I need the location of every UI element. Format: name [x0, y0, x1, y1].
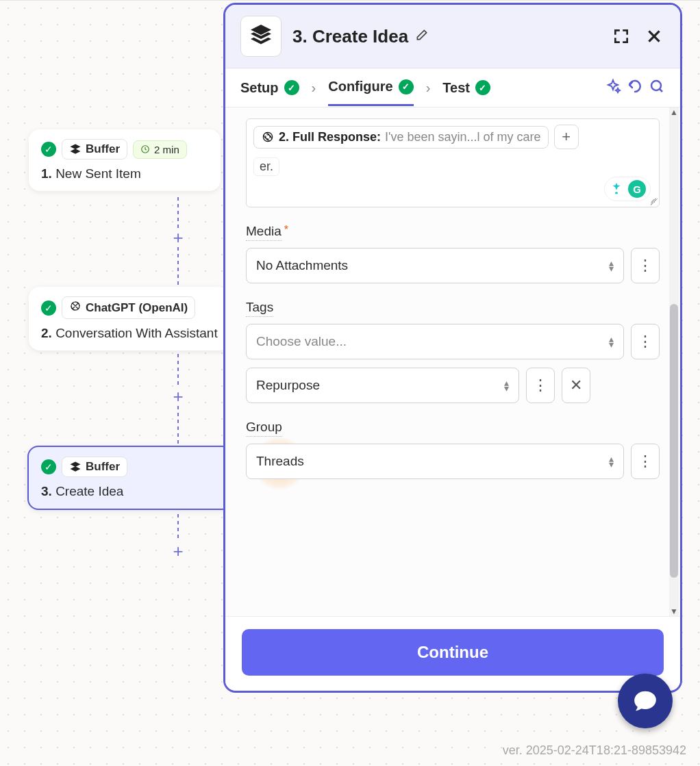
configure-panel: 3. Create Idea Setup ✓ › Configure ✓ › T…	[223, 3, 682, 693]
tab-test[interactable]: Test ✓	[442, 80, 490, 105]
status-check-icon: ✓	[41, 301, 56, 316]
status-check-icon: ✓	[41, 459, 56, 474]
search-icon[interactable]	[649, 78, 665, 107]
expand-icon[interactable]	[610, 25, 632, 47]
tag-options-button[interactable]: ⋮	[526, 368, 555, 403]
workflow-node-3-selected[interactable]: ✓ Buffer 3. Create Idea	[27, 446, 233, 510]
select-arrows-icon: ▴▾	[609, 336, 614, 347]
svg-point-2	[651, 81, 661, 90]
token-preview: I've been sayin...l of my care	[385, 130, 541, 144]
panel-header: 3. Create Idea	[225, 5, 680, 68]
media-label: Media	[246, 224, 282, 241]
group-select[interactable]: Threads ▴▾	[246, 444, 624, 479]
time-badge: 2 min	[133, 140, 187, 159]
close-icon[interactable]	[643, 25, 665, 47]
app-label: Buffer	[86, 142, 120, 156]
scroll-down-icon[interactable]: ▼	[669, 607, 679, 616]
chat-fab[interactable]	[618, 674, 673, 728]
sparkle-icon[interactable]	[605, 78, 621, 107]
tags-label: Tags	[246, 300, 273, 317]
buffer-icon	[249, 23, 273, 50]
remove-tag-button[interactable]: ✕	[562, 368, 590, 403]
bulb-icon	[609, 181, 624, 196]
app-badge-buffer: Buffer	[62, 457, 127, 477]
add-step-button[interactable]: +	[168, 387, 188, 406]
media-select[interactable]: No Attachments ▴▾	[246, 248, 624, 283]
connector-line	[177, 354, 179, 387]
group-label: Group	[246, 420, 282, 437]
token-label: 2. Full Response:	[279, 130, 381, 144]
add-token-button[interactable]: +	[554, 125, 579, 149]
panel-title-text: 3. Create Idea	[292, 26, 408, 47]
tab-setup[interactable]: Setup ✓	[240, 80, 299, 105]
add-step-button[interactable]: +	[168, 541, 188, 561]
text-fragment: er.	[253, 157, 279, 176]
scroll-up-icon[interactable]: ▲	[669, 107, 679, 117]
grammarly-widget[interactable]: G	[604, 177, 651, 201]
panel-tabs: Setup ✓ › Configure ✓ › Test ✓	[225, 68, 680, 107]
scrollbar[interactable]: ▲ ▼	[669, 107, 679, 616]
data-token[interactable]: 2. Full Response: I've been sayin...l of…	[253, 126, 549, 149]
tags-select[interactable]: Choose value... ▴▾	[246, 324, 624, 359]
chevron-right-icon: ›	[419, 80, 438, 105]
tag-value-select[interactable]: Repurpose ▴▾	[246, 368, 519, 403]
connector-line	[177, 514, 179, 541]
app-badge-chatgpt: ChatGPT (OpenAI)	[62, 296, 195, 319]
select-arrows-icon: ▴▾	[609, 260, 614, 271]
node-title: 1. New Sent Item	[41, 166, 208, 181]
select-arrows-icon: ▴▾	[504, 380, 509, 391]
node-title: 2. Conversation With Assistant	[41, 326, 218, 341]
continue-button[interactable]: Continue	[242, 629, 664, 676]
workflow-node-1[interactable]: ✓ Buffer 2 min 1. New Sent Item	[29, 129, 221, 191]
version-label: ver. 2025-02-24T18:21-89853942	[503, 743, 686, 758]
svg-rect-4	[615, 192, 618, 194]
resize-handle[interactable]	[648, 196, 658, 205]
chat-icon	[632, 688, 658, 714]
app-label: ChatGPT (OpenAI)	[86, 301, 188, 315]
tab-configure[interactable]: Configure ✓	[328, 79, 413, 106]
node-title: 3. Create Idea	[41, 484, 219, 499]
panel-footer: Continue	[225, 616, 680, 691]
buffer-icon	[69, 143, 82, 155]
connector-line	[177, 406, 179, 444]
connector-line	[177, 197, 179, 228]
check-icon: ✓	[399, 79, 414, 94]
check-icon: ✓	[475, 80, 490, 95]
status-check-icon: ✓	[41, 142, 56, 157]
workflow-node-2[interactable]: ✓ ChatGPT (OpenAI) 2. Conversation With …	[29, 287, 230, 350]
undo-icon[interactable]	[627, 78, 643, 107]
chevron-right-icon: ›	[305, 80, 323, 105]
text-input-area[interactable]: 2. Full Response: I've been sayin...l of…	[246, 118, 660, 207]
grammarly-icon: G	[628, 180, 646, 198]
edit-icon[interactable]	[415, 28, 429, 45]
add-step-button[interactable]: +	[168, 228, 188, 247]
scroll-thumb[interactable]	[670, 304, 678, 578]
field-options-button[interactable]: ⋮	[631, 324, 660, 359]
connector-line	[177, 247, 179, 285]
field-options-button[interactable]: ⋮	[631, 444, 660, 479]
app-badge-buffer: Buffer	[62, 139, 127, 159]
panel-app-icon-box	[240, 16, 282, 57]
field-options-button[interactable]: ⋮	[631, 248, 660, 283]
chatgpt-icon	[69, 300, 82, 316]
chatgpt-icon	[261, 130, 275, 144]
app-label: Buffer	[86, 460, 120, 474]
check-icon: ✓	[284, 80, 299, 95]
buffer-icon	[69, 461, 82, 473]
required-indicator: *	[284, 224, 288, 235]
time-label: 2 min	[154, 144, 179, 155]
select-arrows-icon: ▴▾	[609, 456, 614, 467]
